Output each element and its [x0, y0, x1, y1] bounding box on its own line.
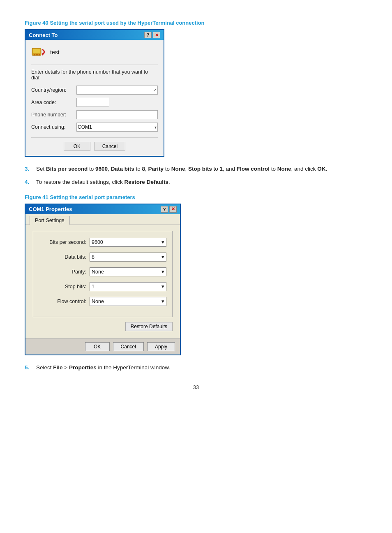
- step-4: 4. To restore the default settings, clic…: [25, 178, 367, 186]
- svg-rect-1: [33, 49, 40, 53]
- connectusing-value: COM1: [78, 124, 92, 130]
- svg-point-4: [39, 54, 40, 56]
- steps-list: 3. Set Bits per second to 9600, Data bit…: [25, 165, 367, 187]
- restore-defaults-button[interactable]: Restore Defaults: [125, 322, 173, 331]
- country-select[interactable]: ✓: [76, 86, 158, 95]
- areacode-row: Area code:: [31, 98, 158, 107]
- dialog-buttons: OK Cancel: [31, 137, 158, 151]
- parity-select[interactable]: None ▾: [90, 267, 166, 276]
- parity-value: None: [92, 269, 104, 275]
- figure40-caption: Figure 40 Setting the serial port used b…: [25, 20, 367, 26]
- flowcontrol-label: Flow control:: [39, 299, 86, 304]
- connect-prompt: Enter details for the phone number that …: [31, 65, 158, 81]
- com1-properties-dialog: COM1 Properties ? ✕ Port Settings Bits p…: [25, 204, 181, 355]
- com1-buttons: OK Cancel Apply: [25, 338, 180, 355]
- country-row: Country/region: ✓: [31, 86, 158, 95]
- step5-num: 5.: [25, 364, 31, 372]
- com1-cancel-button[interactable]: Cancel: [113, 342, 144, 351]
- svg-point-3: [36, 54, 38, 56]
- com1-titlebar: COM1 Properties ? ✕: [25, 204, 180, 214]
- close-button[interactable]: ✕: [153, 32, 160, 38]
- icon-row: test: [31, 45, 158, 60]
- com1-close-button[interactable]: ✕: [169, 206, 177, 213]
- connect-to-dialog: Connect To ? ✕ test Enter details for th…: [25, 29, 164, 157]
- page-number: 33: [25, 384, 367, 390]
- dialog-titlebar: Connect To ? ✕: [25, 30, 164, 40]
- settings-box: Bits per second: 9600 ▾ Data bits: 8 ▾ P…: [33, 231, 173, 317]
- icon-label: test: [50, 49, 60, 56]
- stopbits-arrow: ▾: [161, 283, 164, 290]
- bps-row: Bits per second: 9600 ▾: [39, 238, 166, 247]
- bps-select[interactable]: 9600 ▾: [90, 238, 166, 247]
- com1-body: Bits per second: 9600 ▾ Data bits: 8 ▾ P…: [25, 225, 180, 338]
- parity-label: Parity:: [39, 269, 86, 275]
- phonenum-input[interactable]: [76, 110, 158, 119]
- step3-text: Set Bits per second to 9600, Data bits t…: [36, 165, 327, 173]
- restore-row: Restore Defaults: [33, 322, 173, 331]
- step4-text: To restore the default settings, click R…: [36, 178, 170, 186]
- stopbits-select[interactable]: 1 ▾: [90, 282, 166, 291]
- databits-arrow: ▾: [161, 254, 164, 260]
- flowcontrol-select[interactable]: None ▾: [90, 297, 166, 306]
- step5-list: 5. Select File > Properties in the Hyper…: [25, 364, 367, 372]
- country-arrow: ✓: [153, 88, 157, 93]
- databits-label: Data bits:: [39, 254, 86, 260]
- databits-value: 8: [92, 254, 95, 260]
- ok-button[interactable]: OK: [64, 142, 90, 151]
- flowcontrol-arrow: ▾: [161, 298, 164, 304]
- flowcontrol-row: Flow control: None ▾: [39, 297, 166, 306]
- phonenum-label: Phone number:: [31, 112, 76, 118]
- com1-apply-button[interactable]: Apply: [147, 342, 175, 351]
- com1-ok-button[interactable]: OK: [85, 342, 110, 351]
- stopbits-label: Stop bits:: [39, 284, 86, 290]
- step4-num: 4.: [25, 178, 31, 186]
- databits-select[interactable]: 8 ▾: [90, 253, 166, 262]
- connectusing-label: Connect using:: [31, 124, 76, 130]
- help-button[interactable]: ?: [144, 32, 152, 38]
- stopbits-value: 1: [92, 284, 95, 290]
- step5-text: Select File > Properties in the HyperTer…: [36, 364, 170, 372]
- databits-row: Data bits: 8 ▾: [39, 253, 166, 262]
- step-5: 5. Select File > Properties in the Hyper…: [25, 364, 367, 372]
- parity-arrow: ▾: [161, 269, 164, 275]
- tab-bar: Port Settings: [25, 214, 180, 225]
- com1-title: COM1 Properties: [29, 206, 72, 212]
- areacode-input[interactable]: [76, 98, 109, 107]
- dialog-body: test Enter details for the phone number …: [25, 40, 164, 156]
- phone-icon: [31, 45, 46, 60]
- cancel-button[interactable]: Cancel: [95, 142, 125, 151]
- bps-value: 9600: [92, 239, 103, 245]
- flowcontrol-value: None: [92, 299, 104, 304]
- connectusing-arrow: ▾: [154, 125, 157, 130]
- dialog-title: Connect To: [29, 32, 58, 38]
- stopbits-row: Stop bits: 1 ▾: [39, 282, 166, 291]
- figure41-caption: Figure 41 Setting the serial port parame…: [25, 194, 367, 200]
- connectusing-select[interactable]: COM1 ▾: [76, 123, 158, 132]
- phonenum-row: Phone number:: [31, 110, 158, 119]
- step3-num: 3.: [25, 165, 31, 173]
- country-label: Country/region:: [31, 87, 76, 93]
- connectusing-row: Connect using: COM1 ▾: [31, 123, 158, 132]
- areacode-label: Area code:: [31, 100, 76, 105]
- bps-arrow: ▾: [161, 239, 164, 245]
- bps-label: Bits per second:: [39, 239, 86, 245]
- com1-help-button[interactable]: ?: [161, 206, 168, 213]
- svg-point-2: [34, 54, 35, 56]
- com1-titlebar-buttons: ? ✕: [161, 206, 177, 213]
- parity-row: Parity: None ▾: [39, 267, 166, 276]
- port-settings-tab[interactable]: Port Settings: [30, 216, 70, 225]
- titlebar-buttons: ? ✕: [144, 32, 160, 38]
- step-3: 3. Set Bits per second to 9600, Data bit…: [25, 165, 367, 173]
